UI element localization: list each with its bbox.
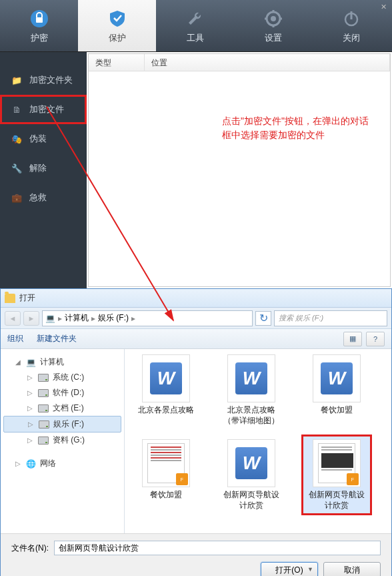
folder-icon: 📁 — [11, 74, 23, 86]
list-header: 类型 位置 — [89, 54, 390, 71]
tab-settings[interactable]: 设置 — [234, 0, 312, 51]
svg-point-3 — [271, 16, 276, 21]
wrench-icon — [185, 8, 206, 29]
view-mode-button[interactable]: ▦ — [343, 332, 362, 346]
sidebar-item-rescue[interactable]: 💼 急救 — [0, 183, 87, 212]
word-doc-icon: W — [150, 362, 182, 394]
tree-label: 网络 — [40, 458, 56, 469]
ftp-badge-icon: F — [347, 473, 359, 485]
tree-network[interactable]: ▷ 🌐 网络 — [3, 456, 121, 471]
mask-icon: 🎭 — [11, 133, 23, 145]
sidebar-item-encrypt-file[interactable]: 🗎 加密文件 — [0, 95, 87, 124]
key-icon: 🔧 — [11, 162, 23, 174]
dialog-titlebar: 打开 — [1, 289, 391, 308]
tree-computer[interactable]: ◢ 💻 计算机 — [3, 354, 121, 370]
tab-protect[interactable]: 保护 — [78, 0, 156, 51]
tree-drive-d[interactable]: ▷软件 (D:) — [3, 385, 121, 400]
tab-label: 护密 — [31, 32, 48, 44]
file-item[interactable]: W餐饮加盟 — [303, 352, 370, 428]
computer-icon: 💻 — [26, 358, 36, 367]
nav-bar: ◄ ► 💻 ▸ 计算机 ▸ 娱乐 (F:) ▸ ↻ 搜索 娱乐 (F:) — [1, 308, 391, 329]
folder-tree: ◢ 💻 计算机 ▷系统 (C:) ▷软件 (D:) ▷文档 (E:) ▷娱乐 (… — [1, 349, 125, 533]
file-item[interactable]: F餐饮加盟 — [133, 437, 199, 513]
word-doc-icon: W — [321, 362, 353, 394]
power-icon — [341, 8, 362, 29]
sidebar-label: 加密文件夹 — [29, 74, 73, 86]
drive-icon — [38, 374, 49, 382]
drive-icon — [38, 389, 49, 397]
lock-shield-icon — [29, 8, 50, 29]
sidebar-label: 伪装 — [29, 133, 47, 145]
word-doc-icon: W — [235, 447, 267, 479]
new-folder-button[interactable]: 新建文件夹 — [37, 333, 77, 344]
sidebar-item-encrypt-folder[interactable]: 📁 加密文件夹 — [0, 65, 87, 95]
sidebar-label: 加密文件 — [29, 103, 64, 115]
breadcrumb-item[interactable]: 计算机 — [65, 312, 89, 324]
briefcase-icon: 💼 — [11, 192, 23, 204]
forward-button[interactable]: ► — [23, 311, 39, 326]
chevron-right-icon: ▷ — [27, 374, 34, 381]
organize-menu[interactable]: 组织 — [7, 333, 23, 344]
tree-drive-c[interactable]: ▷系统 (C:) — [3, 370, 121, 385]
cancel-button[interactable]: 取消 — [323, 562, 381, 576]
open-button[interactable]: 打开(O)▼ — [261, 562, 318, 576]
dialog-footer: 文件名(N): 打开(O)▼ 取消 — [1, 533, 391, 576]
back-button[interactable]: ◄ — [5, 311, 21, 326]
tab-label: 保护 — [109, 32, 126, 44]
file-item[interactable]: W北京各景点攻略 — [133, 352, 199, 428]
tab-label: 关闭 — [343, 32, 360, 44]
chevron-right-icon: ▷ — [15, 460, 22, 467]
breadcrumb[interactable]: 💻 ▸ 计算机 ▸ 娱乐 (F:) ▸ — [42, 310, 253, 326]
file-list-panel: 类型 位置 点击"加密文件"按钮，在弹出的对话 框中选择需要加密的文件 — [88, 53, 391, 287]
tree-drive-f[interactable]: ▷娱乐 (F:) — [3, 416, 121, 433]
file-grid: W北京各景点攻略 W北京景点攻略（带详细地图） W餐饮加盟 F餐饮加盟 W创新网… — [125, 349, 391, 533]
help-button[interactable]: ? — [366, 332, 385, 346]
filename-input[interactable] — [54, 541, 381, 555]
shield-icon — [107, 8, 128, 29]
chevron-right-icon: ▷ — [27, 404, 34, 412]
file-item[interactable]: W创新网页导航设计欣赏 — [218, 437, 285, 513]
sidebar-item-unlock[interactable]: 🔧 解除 — [0, 154, 87, 183]
file-lock-icon: 🗎 — [11, 103, 23, 115]
close-icon[interactable]: ✕ — [381, 3, 387, 11]
col-type[interactable]: 类型 — [89, 54, 145, 71]
breadcrumb-item[interactable]: 娱乐 (F:) — [98, 312, 129, 324]
file-item[interactable]: W北京景点攻略（带详细地图） — [218, 352, 285, 428]
tree-label: 娱乐 (F:) — [53, 418, 84, 430]
tree-label: 计算机 — [40, 356, 64, 368]
tree-label: 软件 (D:) — [53, 387, 84, 398]
filename-label: 文件名(N): — [11, 543, 49, 554]
drive-icon — [38, 404, 49, 412]
open-file-dialog: 打开 ◄ ► 💻 ▸ 计算机 ▸ 娱乐 (F:) ▸ ↻ 搜索 娱乐 (F:) … — [0, 288, 392, 576]
sidebar-label: 急救 — [29, 192, 47, 204]
refresh-button[interactable]: ↻ — [255, 311, 271, 326]
chevron-right-icon: ▷ — [27, 437, 34, 444]
tab-label: 设置 — [265, 32, 282, 44]
chevron-right-icon: ▷ — [27, 389, 34, 396]
dropdown-icon: ▼ — [307, 566, 313, 573]
chevron-right-icon: ▷ — [28, 420, 35, 428]
encryption-app-window: ✕ 护密 保护 工具 设置 关闭 📁 加密文件夹 — [0, 0, 392, 288]
tab-label: 工具 — [187, 32, 204, 44]
tree-label: 资料 (G:) — [53, 435, 85, 446]
drive-icon — [39, 420, 49, 428]
sidebar: 📁 加密文件夹 🗎 加密文件 🎭 伪装 🔧 解除 💼 急救 — [0, 52, 87, 288]
tree-drive-e[interactable]: ▷文档 (E:) — [3, 400, 121, 416]
main-toolbar: 护密 保护 工具 设置 关闭 — [0, 0, 392, 52]
svg-rect-1 — [36, 17, 43, 23]
col-location[interactable]: 位置 — [145, 54, 390, 71]
tab-tools[interactable]: 工具 — [156, 0, 234, 51]
annotation-text: 点击"加密文件"按钮，在弹出的对话 框中选择需要加密的文件 — [222, 114, 369, 142]
tree-label: 系统 (C:) — [53, 372, 84, 383]
file-item[interactable]: F创新网页导航设计欣赏 — [303, 437, 370, 513]
tab-close[interactable]: 关闭 — [312, 0, 390, 51]
word-doc-icon: W — [235, 362, 267, 394]
tree-drive-g[interactable]: ▷资料 (G:) — [3, 433, 121, 448]
search-input[interactable]: 搜索 娱乐 (F:) — [274, 310, 387, 326]
sidebar-item-disguise[interactable]: 🎭 伪装 — [0, 124, 87, 154]
command-bar: 组织 新建文件夹 ▦ ? — [1, 329, 391, 349]
chevron-down-icon: ◢ — [15, 358, 22, 366]
network-icon: 🌐 — [26, 459, 36, 469]
ftp-badge-icon: F — [176, 473, 188, 485]
tab-encrypt[interactable]: 护密 — [0, 0, 78, 51]
